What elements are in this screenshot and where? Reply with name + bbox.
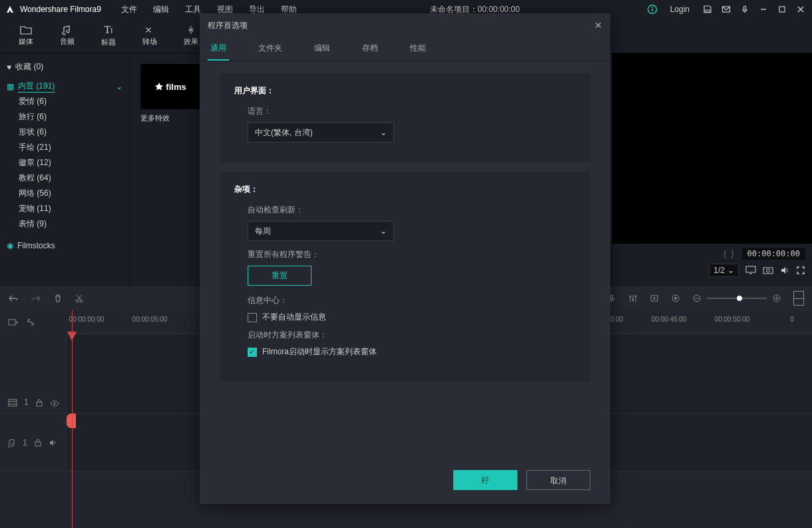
dialog-tabs: 通用 文件夹 编辑 存档 性能: [200, 37, 610, 61]
dialog-body: 用户界面： 语言： 中文(繁体, 台湾) ⌄ 杂项： 自动检查刷新： 每周 ⌄: [200, 61, 610, 465]
ui-section: 用户界面： 语言： 中文(繁体, 台湾) ⌄: [220, 73, 590, 162]
tab-folders[interactable]: 文件夹: [256, 37, 285, 61]
reset-button[interactable]: 重置: [248, 266, 311, 286]
dialog-titlebar: 程序首选项 ✕: [200, 13, 610, 37]
language-value: 中文(繁体, 台湾): [255, 127, 313, 138]
autocheck-value: 每周: [255, 226, 271, 237]
checkbox-noinfo-row[interactable]: 不要自动显示信息: [248, 312, 576, 323]
dialog-footer: 好 取消: [200, 465, 610, 504]
chevron-down-icon: ⌄: [380, 128, 387, 137]
startup-label: 启动时方案列表窗体：: [248, 330, 576, 341]
misc-section-title: 杂项：: [234, 184, 576, 195]
tab-edit[interactable]: 编辑: [311, 37, 333, 61]
ok-button[interactable]: 好: [453, 470, 517, 490]
autocheck-select[interactable]: 每周 ⌄: [248, 221, 394, 241]
cancel-button[interactable]: 取消: [526, 470, 590, 490]
infocenter-label: 信息中心：: [248, 295, 576, 306]
tab-general[interactable]: 通用: [208, 37, 229, 61]
dialog-overlay: 程序首选项 ✕ 通用 文件夹 编辑 存档 性能 用户界面： 语言： 中文(繁体,…: [0, 0, 812, 528]
checkbox-checked-icon[interactable]: [248, 348, 257, 357]
chevron-down-icon: ⌄: [380, 226, 387, 236]
checkbox-noinfo-label: 不要自动显示信息: [262, 312, 326, 323]
tab-performance[interactable]: 性能: [407, 37, 429, 61]
reset-warnings-label: 重置所有程序警告：: [248, 249, 576, 260]
misc-section: 杂项： 自动检查刷新： 每周 ⌄ 重置所有程序警告： 重置 信息中心： 不要自动…: [220, 172, 590, 382]
preferences-dialog: 程序首选项 ✕ 通用 文件夹 编辑 存档 性能 用户界面： 语言： 中文(繁体,…: [200, 13, 610, 504]
checkbox-startup-label: Filmora启动时显示方案列表窗体: [262, 346, 377, 358]
dialog-close-icon[interactable]: ✕: [594, 20, 602, 31]
language-label: 语言：: [248, 106, 576, 117]
language-select[interactable]: 中文(繁体, 台湾) ⌄: [248, 123, 394, 142]
tab-archive[interactable]: 存档: [359, 37, 381, 61]
autocheck-label: 自动检查刷新：: [248, 204, 576, 216]
ui-section-title: 用户界面：: [234, 85, 576, 97]
checkbox-startup-row[interactable]: Filmora启动时显示方案列表窗体: [248, 346, 576, 358]
dialog-title: 程序首选项: [208, 20, 248, 31]
checkbox-unchecked-icon[interactable]: [248, 313, 257, 322]
